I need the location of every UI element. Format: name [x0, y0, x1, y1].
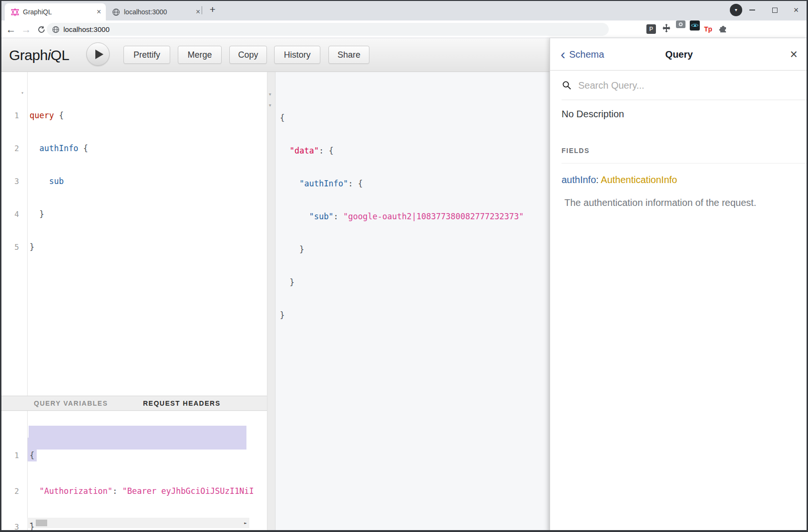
camera-lens-icon: [679, 22, 683, 26]
minimize-button[interactable]: [742, 0, 763, 20]
field-separator: :: [596, 174, 601, 185]
screenshot-extension-icon[interactable]: [676, 20, 685, 28]
window-frame-bottom: [0, 530, 808, 532]
new-tab-button[interactable]: +: [206, 3, 219, 16]
fold-arrow-icon[interactable]: ▾: [269, 102, 271, 108]
tab-query-variables[interactable]: QUERY VARIABLES: [34, 396, 108, 410]
request-headers-editor[interactable]: 1 2 3 { "Authorization": "Bearer eyJhbGc…: [0, 411, 267, 532]
extensions-puzzle-icon[interactable]: [718, 23, 728, 35]
p-extension-icon[interactable]: P: [646, 24, 656, 34]
tab-localhost[interactable]: localhost:3000 ×: [106, 3, 205, 20]
browser-toolbar: ← → localhost:3000 P Tp: [0, 20, 808, 38]
pane-resize-divider[interactable]: ▾ ▾: [267, 72, 276, 532]
browser-window: GraphiQL × localhost:3000 × + ▾ × ← →: [0, 0, 808, 532]
line-numbers: 1 2 3: [0, 411, 27, 532]
copy-button[interactable]: Copy: [229, 46, 267, 64]
field-name-link[interactable]: authInfo: [562, 174, 596, 185]
react-devtools-extension-icon[interactable]: [690, 20, 700, 31]
result-viewer[interactable]: { "data": { "authInfo": { "sub": "google…: [276, 72, 550, 532]
forward-button[interactable]: →: [19, 20, 33, 38]
doc-title: Query: [550, 38, 808, 71]
tab-search-button[interactable]: ▾: [730, 4, 742, 16]
tab-request-headers[interactable]: REQUEST HEADERS: [143, 396, 221, 410]
tab-close-icon[interactable]: ×: [97, 8, 101, 16]
line-numbers: 1 2 3 4 5: [0, 72, 27, 275]
tab-graphiql[interactable]: GraphiQL ×: [5, 3, 106, 20]
close-button[interactable]: ×: [786, 0, 807, 20]
tab-divider: [202, 6, 202, 14]
doc-no-description: No Description: [562, 109, 624, 120]
logo-text: QL: [51, 47, 69, 63]
minimize-icon: [749, 10, 755, 10]
query-editor[interactable]: 1 2 3 4 5 ▾ query { authInfo { sub } }: [0, 72, 267, 396]
fold-arrow-icon[interactable]: ▾: [269, 92, 271, 97]
text-selection: [28, 438, 246, 450]
result-json: { "data": { "authInfo": { "sub": "google…: [280, 91, 524, 343]
logo-text: Graph: [9, 47, 48, 63]
tab-title: GraphiQL: [23, 8, 92, 16]
editor-column: 1 2 3 4 5 ▾ query { authInfo { sub } }: [0, 72, 267, 532]
doc-explorer: ‹ Schema Query × No Description FIELDS a…: [550, 38, 808, 532]
merge-button[interactable]: Merge: [178, 46, 222, 64]
graphiql-logo: GraphiQL: [9, 38, 69, 72]
graphql-logo-icon: [11, 8, 19, 16]
history-button[interactable]: History: [274, 46, 320, 64]
move-icon: [662, 23, 671, 33]
doc-field-description: The authentication information of the re…: [564, 197, 756, 208]
prettify-button[interactable]: Prettify: [123, 46, 170, 64]
back-button[interactable]: ←: [4, 20, 18, 38]
reload-icon: [37, 25, 46, 34]
globe-icon: [52, 26, 60, 33]
fold-arrow-icon[interactable]: ▾: [21, 90, 24, 95]
tab-strip: GraphiQL × localhost:3000 × + ▾ ×: [0, 0, 808, 20]
window-frame-left: [0, 0, 1, 532]
search-underline: [562, 100, 808, 100]
doc-search: [550, 71, 808, 100]
move-tool-extension-icon[interactable]: [662, 23, 671, 35]
doc-fields-heading: FIELDS: [562, 147, 590, 154]
tab-title: localhost:3000: [124, 8, 191, 16]
play-icon: [95, 50, 103, 59]
window-frame-top: [0, 0, 808, 1]
text-selection: [29, 426, 246, 438]
execute-query-button[interactable]: [86, 42, 110, 66]
secondary-editor-tabs: QUERY VARIABLES REQUEST HEADERS: [0, 396, 267, 411]
puzzle-icon: [718, 23, 728, 33]
globe-icon: [112, 8, 120, 16]
maximize-button[interactable]: [764, 0, 785, 20]
doc-explorer-header: ‹ Schema Query ×: [550, 38, 808, 71]
doc-search-input[interactable]: [577, 77, 777, 93]
close-icon: ×: [794, 6, 799, 14]
maximize-icon: [772, 8, 777, 13]
tp-extension-icon[interactable]: Tp: [704, 25, 712, 33]
graphiql-topbar: GraphiQL Prettify Merge Copy History Sha…: [0, 38, 550, 72]
gutter-divider: [27, 72, 28, 396]
search-icon: [562, 81, 572, 90]
graphiql-app: GraphiQL Prettify Merge Copy History Sha…: [0, 38, 808, 532]
field-type-link[interactable]: AuthenticationInfo: [601, 174, 677, 185]
doc-field-row: authInfo: AuthenticationInfo: [562, 174, 677, 185]
doc-close-button[interactable]: ×: [790, 38, 798, 71]
address-bar[interactable]: localhost:3000: [47, 23, 609, 36]
query-code[interactable]: query { authInfo { sub } }: [30, 88, 88, 275]
fields-divider: [562, 163, 808, 164]
url-text: localhost:3000: [63, 25, 110, 33]
share-button[interactable]: Share: [328, 46, 369, 64]
atom-core-icon: [694, 25, 696, 27]
tab-close-icon[interactable]: ×: [196, 8, 200, 16]
